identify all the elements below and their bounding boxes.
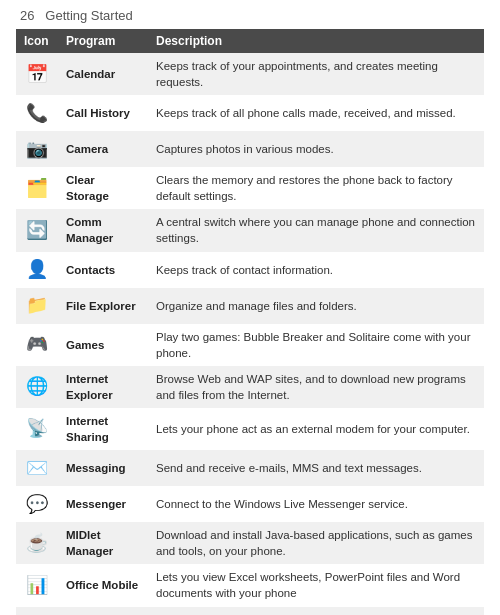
icon-cell-calendar: 📅 bbox=[16, 53, 58, 95]
icon-cell-file-explorer: 📁 bbox=[16, 288, 58, 324]
table-row: 📷CameraCaptures photos in various modes. bbox=[16, 131, 484, 167]
icon-cell-pictures-videos: 🖼️ bbox=[16, 607, 58, 616]
program-name-pictures-videos: Pictures & Videos bbox=[58, 607, 148, 616]
icon-cell-messaging: ✉️ bbox=[16, 450, 58, 486]
program-name-office-mobile: Office Mobile bbox=[58, 564, 148, 606]
internet-explorer-icon: 🌐 bbox=[24, 374, 50, 400]
program-name-comm-manager: Comm Manager bbox=[58, 209, 148, 251]
program-name-contacts: Contacts bbox=[58, 252, 148, 288]
description-camera: Captures photos in various modes. bbox=[148, 131, 484, 167]
description-internet-sharing: Lets your phone act as an external modem… bbox=[148, 408, 484, 450]
program-name-camera: Camera bbox=[58, 131, 148, 167]
messenger-icon: 💬 bbox=[24, 491, 50, 517]
program-name-messenger: Messenger bbox=[58, 486, 148, 522]
description-file-explorer: Organize and manage files and folders. bbox=[148, 288, 484, 324]
program-name-internet-sharing: Internet Sharing bbox=[58, 408, 148, 450]
calendar-icon: 📅 bbox=[24, 61, 50, 87]
office-mobile-icon: 📊 bbox=[24, 572, 50, 598]
description-calendar: Keeps track of your appointments, and cr… bbox=[148, 53, 484, 95]
file-explorer-icon: 📁 bbox=[24, 293, 50, 319]
col-header-description: Description bbox=[148, 29, 484, 53]
page-number: 26 bbox=[20, 8, 34, 23]
program-name-midlet-manager: MIDlet Manager bbox=[58, 522, 148, 564]
icon-cell-messenger: 💬 bbox=[16, 486, 58, 522]
table-row: 🎮GamesPlay two games: Bubble Breaker and… bbox=[16, 324, 484, 366]
description-games: Play two games: Bubble Breaker and Solit… bbox=[148, 324, 484, 366]
clear-storage-icon: 🗂️ bbox=[24, 175, 50, 201]
camera-icon: 📷 bbox=[24, 136, 50, 162]
description-office-mobile: Lets you view Excel worksheets, PowerPoi… bbox=[148, 564, 484, 606]
page-title: Getting Started bbox=[45, 8, 132, 23]
icon-cell-internet-sharing: 📡 bbox=[16, 408, 58, 450]
internet-sharing-icon: 📡 bbox=[24, 416, 50, 442]
program-name-games: Games bbox=[58, 324, 148, 366]
page-header: 26 Getting Started bbox=[0, 0, 500, 29]
table-row: ✉️MessagingSend and receive e-mails, MMS… bbox=[16, 450, 484, 486]
icon-cell-office-mobile: 📊 bbox=[16, 564, 58, 606]
description-internet-explorer: Browse Web and WAP sites, and to downloa… bbox=[148, 366, 484, 408]
call-history-icon: 📞 bbox=[24, 100, 50, 126]
table-row: 👤ContactsKeeps track of contact informat… bbox=[16, 252, 484, 288]
table-row: 🔄Comm ManagerA central switch where you … bbox=[16, 209, 484, 251]
description-call-history: Keeps track of all phone calls made, rec… bbox=[148, 95, 484, 131]
table-row: 📊Office MobileLets you view Excel worksh… bbox=[16, 564, 484, 606]
table-row: 💬MessengerConnect to the Windows Live Me… bbox=[16, 486, 484, 522]
program-name-internet-explorer: Internet Explorer bbox=[58, 366, 148, 408]
games-icon: 🎮 bbox=[24, 332, 50, 358]
icon-cell-call-history: 📞 bbox=[16, 95, 58, 131]
description-comm-manager: A central switch where you can manage ph… bbox=[148, 209, 484, 251]
description-midlet-manager: Download and install Java-based applicat… bbox=[148, 522, 484, 564]
table-row: 🌐Internet ExplorerBrowse Web and WAP sit… bbox=[16, 366, 484, 408]
col-header-program: Program bbox=[58, 29, 148, 53]
icon-cell-camera: 📷 bbox=[16, 131, 58, 167]
icon-cell-comm-manager: 🔄 bbox=[16, 209, 58, 251]
table-row: 📞Call HistoryKeeps track of all phone ca… bbox=[16, 95, 484, 131]
col-header-icon: Icon bbox=[16, 29, 58, 53]
program-name-call-history: Call History bbox=[58, 95, 148, 131]
icon-cell-clear-storage: 🗂️ bbox=[16, 167, 58, 209]
icon-cell-contacts: 👤 bbox=[16, 252, 58, 288]
contacts-icon: 👤 bbox=[24, 257, 50, 283]
description-clear-storage: Clears the memory and restores the phone… bbox=[148, 167, 484, 209]
icon-cell-games: 🎮 bbox=[16, 324, 58, 366]
description-messenger: Connect to the Windows Live Messenger se… bbox=[148, 486, 484, 522]
program-name-calendar: Calendar bbox=[58, 53, 148, 95]
program-name-clear-storage: Clear Storage bbox=[58, 167, 148, 209]
table-row: 📁File ExplorerOrganize and manage files … bbox=[16, 288, 484, 324]
table-row: ☕MIDlet ManagerDownload and install Java… bbox=[16, 522, 484, 564]
programs-table: Icon Program Description 📅CalendarKeeps … bbox=[16, 29, 484, 615]
comm-manager-icon: 🔄 bbox=[24, 217, 50, 243]
program-name-file-explorer: File Explorer bbox=[58, 288, 148, 324]
midlet-manager-icon: ☕ bbox=[24, 530, 50, 556]
icon-cell-midlet-manager: ☕ bbox=[16, 522, 58, 564]
table-row: 📡Internet SharingLets your phone act as … bbox=[16, 408, 484, 450]
table-header-row: Icon Program Description bbox=[16, 29, 484, 53]
icon-cell-internet-explorer: 🌐 bbox=[16, 366, 58, 408]
table-row: 🗂️Clear StorageClears the memory and res… bbox=[16, 167, 484, 209]
program-name-messaging: Messaging bbox=[58, 450, 148, 486]
messaging-icon: ✉️ bbox=[24, 455, 50, 481]
description-messaging: Send and receive e-mails, MMS and text m… bbox=[148, 450, 484, 486]
description-pictures-videos: Collects, organizes, and sorts media fil… bbox=[148, 607, 484, 616]
table-row: 🖼️Pictures & VideosCollects, organizes, … bbox=[16, 607, 484, 616]
description-contacts: Keeps track of contact information. bbox=[148, 252, 484, 288]
main-table-container: Icon Program Description 📅CalendarKeeps … bbox=[16, 29, 484, 615]
table-row: 📅CalendarKeeps track of your appointment… bbox=[16, 53, 484, 95]
